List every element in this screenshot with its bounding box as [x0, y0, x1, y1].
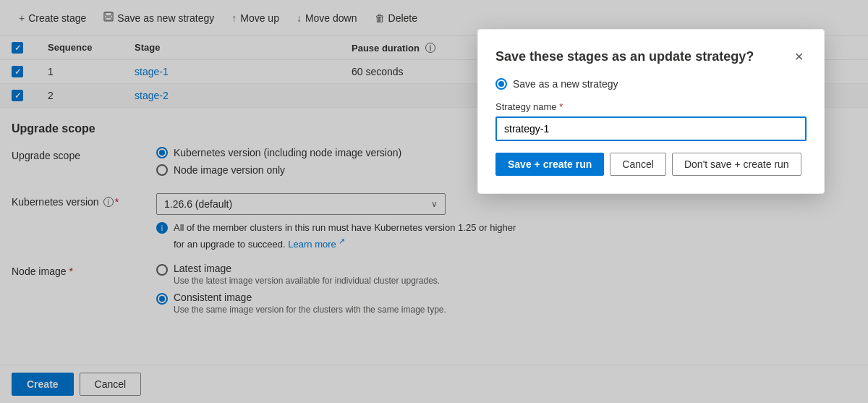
modal-radio-label: Save as a new strategy	[513, 78, 618, 90]
modal-dont-save-button[interactable]: Don't save + create run	[672, 153, 801, 176]
modal-strategy-name-input[interactable]	[495, 116, 807, 141]
modal-overlay: Save these stages as an update strategy?…	[0, 0, 868, 403]
modal-save-create-run-button[interactable]: Save + create run	[495, 153, 604, 176]
save-strategy-modal: Save these stages as an update strategy?…	[477, 29, 825, 194]
modal-actions: Save + create run Cancel Don't save + cr…	[495, 153, 807, 176]
modal-close-button[interactable]: ✕	[791, 47, 807, 67]
modal-radio-option[interactable]: Save as a new strategy	[495, 78, 807, 90]
modal-title: Save these stages as an update strategy?	[495, 49, 754, 64]
modal-save-radio[interactable]	[495, 78, 507, 90]
modal-cancel-button[interactable]: Cancel	[610, 153, 666, 176]
modal-strategy-name-label: Strategy name	[495, 101, 807, 112]
modal-header: Save these stages as an update strategy?…	[495, 47, 807, 67]
